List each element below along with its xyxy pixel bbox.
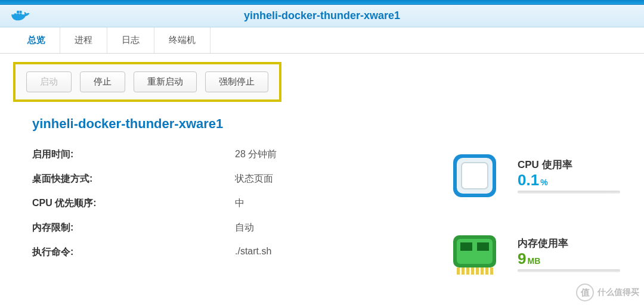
- info-row-uptime: 启用时间: 28 分钟前: [32, 142, 450, 167]
- info-row-command: 执行命令: ./start.sh: [32, 240, 450, 264]
- mem-stat-body: 内存使用率 9MB: [518, 236, 620, 273]
- tab-logs[interactable]: 日志: [107, 27, 154, 53]
- action-highlight-box: 启动 停止 重新启动 强制停止: [13, 62, 281, 102]
- svg-rect-12: [457, 267, 460, 275]
- svg-rect-10: [460, 242, 472, 251]
- mem-stat-value: 9MB: [518, 250, 620, 267]
- svg-rect-18: [485, 267, 488, 275]
- info-label: 内存限制:: [32, 222, 235, 234]
- info-row-shortcut: 桌面快捷方式: 状态页面: [32, 167, 450, 191]
- cpu-icon: [450, 151, 500, 201]
- svg-rect-17: [481, 267, 484, 275]
- docker-whale-icon: [10, 8, 33, 24]
- stop-button[interactable]: 停止: [80, 71, 125, 92]
- watermark: 值 什么值得买: [576, 284, 639, 301]
- action-bar: 启动 停止 重新启动 强制停止: [0, 54, 644, 113]
- stats-column: CPU 使用率 0.1%: [450, 142, 620, 279]
- tab-terminal[interactable]: 终端机: [154, 27, 210, 53]
- info-row-cpu-priority: CPU 优先顺序: 中: [32, 191, 450, 216]
- svg-rect-14: [466, 267, 469, 275]
- cpu-stat-block: CPU 使用率 0.1%: [450, 151, 620, 201]
- info-label: 启用时间:: [32, 148, 235, 161]
- cpu-stat-value: 0.1%: [518, 172, 620, 189]
- main-row: 启用时间: 28 分钟前 桌面快捷方式: 状态页面 CPU 优先顺序: 中 内存…: [32, 142, 620, 279]
- watermark-text: 什么值得买: [597, 287, 639, 298]
- tab-bar: 总览 进程 日志 终端机: [0, 27, 644, 54]
- info-label: 执行命令:: [32, 246, 235, 259]
- info-value: 28 分钟前: [235, 148, 277, 161]
- cpu-stat-body: CPU 使用率 0.1%: [518, 158, 620, 194]
- watermark-icon: 值: [576, 284, 594, 301]
- force-stop-button[interactable]: 强制停止: [205, 71, 268, 92]
- svg-rect-4: [20, 11, 22, 13]
- tab-overview[interactable]: 总览: [13, 27, 60, 53]
- tab-processes[interactable]: 进程: [60, 27, 107, 53]
- svg-rect-13: [462, 267, 465, 275]
- cpu-value-number: 0.1: [518, 171, 539, 189]
- svg-rect-3: [17, 11, 19, 13]
- window-top-border: [0, 0, 644, 5]
- info-row-mem-limit: 内存限制: 自动: [32, 216, 450, 240]
- info-value: 状态页面: [235, 173, 273, 185]
- mem-stat-block: 内存使用率 9MB: [450, 229, 620, 279]
- start-button[interactable]: 启动: [26, 71, 72, 92]
- svg-rect-7: [462, 163, 488, 189]
- info-label: 桌面快捷方式:: [32, 173, 235, 185]
- mem-usage-bar: [518, 269, 620, 272]
- cpu-value-unit: %: [540, 178, 547, 187]
- cpu-usage-bar: [518, 191, 620, 194]
- title-bar: yinheli-docker-thunder-xware1: [0, 5, 644, 27]
- svg-rect-16: [476, 267, 479, 275]
- info-column: 启用时间: 28 分钟前 桌面快捷方式: 状态页面 CPU 优先顺序: 中 内存…: [32, 142, 450, 279]
- info-value: 中: [235, 197, 244, 210]
- svg-rect-15: [471, 267, 474, 275]
- info-value: ./start.sh: [235, 246, 271, 259]
- restart-button[interactable]: 重新启动: [134, 71, 197, 92]
- window-title: yinheli-docker-thunder-xware1: [244, 10, 400, 22]
- mem-value-unit: MB: [527, 256, 540, 266]
- container-name: yinheli-docker-thunder-xware1: [32, 116, 620, 132]
- mem-value-number: 9: [518, 250, 526, 267]
- info-value: 自动: [235, 222, 254, 234]
- svg-rect-19: [490, 267, 493, 275]
- mem-stat-title: 内存使用率: [518, 236, 620, 250]
- memory-icon: [450, 229, 500, 279]
- content-area: yinheli-docker-thunder-xware1 启用时间: 28 分…: [0, 113, 644, 279]
- cpu-stat-title: CPU 使用率: [518, 158, 620, 172]
- info-label: CPU 优先顺序:: [32, 197, 235, 210]
- svg-rect-11: [477, 242, 489, 251]
